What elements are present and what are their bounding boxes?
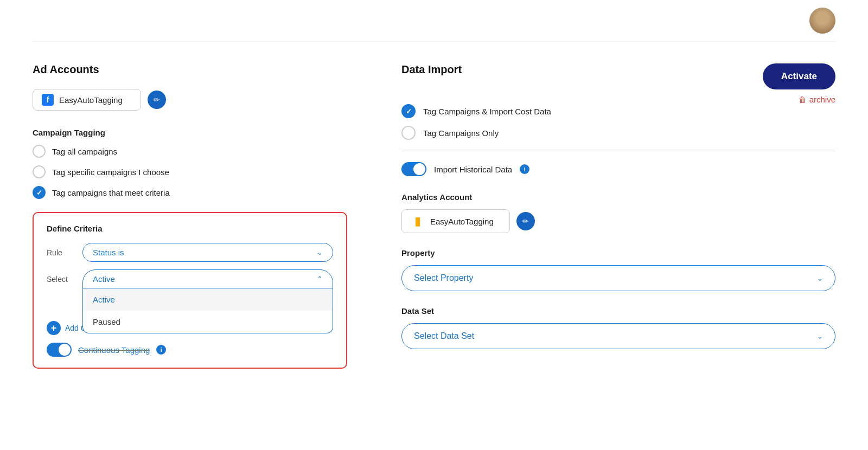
dataset-placeholder: Select Data Set [414, 331, 474, 341]
import-label-cost: Tag Campaigns & Import Cost Data [423, 107, 551, 116]
continuous-tagging-label: Continuous Tagging [78, 345, 150, 355]
edit-analytics-button[interactable]: ✏ [516, 212, 535, 230]
import-option-cost[interactable]: ✓ Tag Campaigns & Import Cost Data [401, 104, 835, 118]
import-radio-tag-only [401, 126, 416, 140]
edit-icon: ✏ [154, 95, 160, 104]
import-options: ✓ Tag Campaigns & Import Cost Data Tag C… [401, 104, 835, 140]
select-dropdown-wrapper: Active ⌃ Active Paused [82, 269, 333, 288]
select-row: Select Active ⌃ Active Paused [47, 269, 333, 288]
dataset-dropdown[interactable]: Select Data Set ⌄ [401, 323, 835, 349]
historical-label: Import Historical Data [434, 165, 512, 174]
trash-icon: 🗑 [799, 95, 806, 104]
continuous-tagging-toggle[interactable] [47, 343, 72, 357]
import-radio-cost: ✓ [401, 104, 416, 118]
right-top-actions: Activate 🗑 archive [763, 63, 835, 104]
continuous-tagging-row: Continuous Tagging i [47, 343, 333, 357]
radio-circle-all [33, 145, 46, 158]
google-analytics-icon: ▮ [411, 214, 425, 228]
radio-item-criteria[interactable]: Tag campaigns that meet criteria [33, 186, 347, 199]
account-name: EasyAutoTagging [59, 95, 123, 105]
historical-info-icon[interactable]: i [520, 164, 529, 174]
select-value: Active [93, 274, 115, 284]
select-label: Select [47, 269, 74, 284]
analytics-account-box: ▮ EasyAutoTagging ✏ [401, 209, 835, 233]
right-section-title: Data Import [401, 63, 462, 76]
option-paused[interactable]: Paused [83, 311, 333, 333]
property-chevron-down-icon: ⌄ [817, 274, 823, 282]
radio-item-all[interactable]: Tag all campaigns [33, 145, 347, 158]
dataset-title: Data Set [401, 306, 835, 316]
analytics-account-name: EasyAutoTagging [430, 217, 494, 226]
avatar [809, 8, 835, 34]
property-title: Property [401, 248, 835, 258]
historical-toggle-knob [413, 163, 425, 175]
campaign-tagging-title: Campaign Tagging [33, 128, 347, 137]
add-criteria-button[interactable]: + Add C [47, 321, 86, 335]
select-dropdown[interactable]: Active ⌃ [82, 269, 333, 288]
rule-chevron-down-icon: ⌄ [317, 248, 323, 256]
dataset-chevron-down-icon: ⌄ [817, 332, 823, 340]
toggle-knob [59, 344, 71, 356]
radio-circle-criteria [33, 186, 46, 199]
campaign-tagging-group: Tag all campaigns Tag specific campaigns… [33, 145, 347, 199]
continuous-tagging-info-icon[interactable]: i [156, 345, 166, 355]
radio-item-specific[interactable]: Tag specific campaigns I choose [33, 165, 347, 178]
criteria-title: Define Criteria [47, 224, 333, 233]
rule-dropdown[interactable]: Status is ⌄ [82, 243, 333, 262]
activate-button[interactable]: Activate [763, 63, 835, 89]
archive-label: archive [809, 95, 835, 104]
ad-account-box: f EasyAutoTagging ✏ [33, 89, 347, 111]
import-label-tag-only: Tag Campaigns Only [423, 128, 499, 138]
property-dropdown[interactable]: Select Property ⌄ [401, 265, 835, 291]
radio-circle-specific [33, 165, 46, 178]
rule-value: Status is [93, 248, 124, 257]
analytics-pill: ▮ EasyAutoTagging [401, 209, 510, 233]
edit-analytics-icon: ✏ [522, 217, 529, 226]
select-chevron-up-icon: ⌃ [317, 275, 323, 283]
historical-row: Import Historical Data i [401, 162, 835, 176]
option-active[interactable]: Active [83, 288, 333, 311]
edit-account-button[interactable]: ✏ [148, 91, 166, 109]
historical-toggle[interactable] [401, 162, 426, 176]
divider-1 [401, 151, 835, 151]
left-section-title: Ad Accounts [33, 63, 347, 76]
rule-row: Rule Status is ⌄ [47, 243, 333, 262]
import-option-tag-only[interactable]: Tag Campaigns Only [401, 126, 835, 140]
radio-label-specific: Tag specific campaigns I choose [52, 168, 169, 177]
analytics-title: Analytics Account [401, 192, 835, 202]
radio-label-criteria: Tag campaigns that meet criteria [52, 188, 170, 197]
account-pill: f EasyAutoTagging [33, 89, 141, 111]
right-header-area: Data Import Activate 🗑 archive [401, 63, 835, 104]
radio-label-all: Tag all campaigns [52, 147, 117, 156]
archive-link[interactable]: 🗑 archive [799, 95, 835, 104]
select-dropdown-menu: Active Paused [82, 288, 333, 333]
criteria-box: Define Criteria Rule Status is ⌄ Select … [33, 212, 347, 369]
rule-label: Rule [47, 243, 74, 257]
add-circle-icon: + [47, 321, 61, 335]
facebook-icon: f [42, 94, 54, 106]
property-placeholder: Select Property [414, 273, 473, 283]
